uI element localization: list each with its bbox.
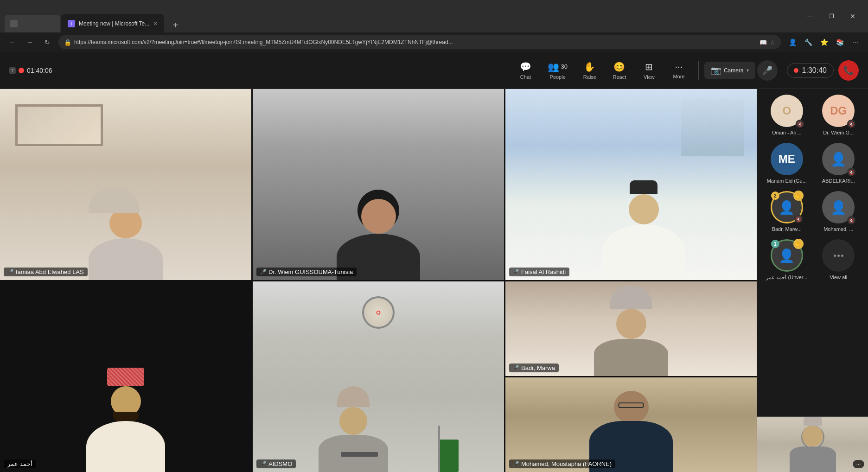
browser-more-icon[interactable]: ··· — [849, 35, 862, 49]
restore-button[interactable]: ❐ — [821, 9, 842, 24]
hijab-iamiaa — [89, 187, 140, 213]
people-label: People — [550, 74, 566, 80]
video-cell-faisal: 🎤 Faisal Al Rashidi — [505, 89, 757, 280]
bookmark-star-icon[interactable]: ☆ — [770, 39, 775, 46]
dot-3 — [841, 255, 843, 257]
flag-green-aidsmo — [440, 440, 459, 472]
participant-row-4: 👤 ✋ 1 أحمد عمر (Unver... — [763, 239, 862, 281]
participant-ahmed-sidebar[interactable]: 👤 ✋ 1 أحمد عمر (Unver... — [765, 239, 809, 281]
name-ahmed: أحمد عمر — [7, 460, 32, 467]
raise-number-ahmed: 1 — [771, 240, 779, 248]
emblem-text: ⭕ — [376, 311, 381, 315]
thumb-bg — [757, 417, 868, 472]
avatar-default-icon-badr: 👤 — [779, 200, 795, 215]
label-faisal: 🎤 Faisal Al Rashidi — [509, 268, 569, 276]
browser-tab-inactive[interactable] — [5, 15, 60, 32]
head-thumb — [802, 426, 823, 446]
participant-badr-sidebar[interactable]: 👤 ✋ 2 🔇 Badr, Marw... — [765, 191, 809, 232]
mic-icon-faisal: 🎤 — [513, 269, 519, 275]
hijab-badr — [610, 286, 652, 309]
name-iamiaa: Iamiaa Abd Elwahed LAS — [16, 268, 84, 275]
muted-icon-oman: 🔇 — [796, 120, 804, 128]
tab-close-button[interactable]: ✕ — [153, 20, 158, 27]
view-all-item[interactable]: View all — [817, 239, 861, 281]
participant-row-2: ME Mariam Eid (Gu... 👤 🔇 ABDELKARI... — [763, 143, 862, 184]
browser-tab-active[interactable]: T Meeting now | Microsoft Te... ✕ — [61, 14, 164, 33]
thumb-more-button[interactable]: ··· — [853, 460, 864, 468]
dot-2 — [837, 255, 840, 257]
end-call-button[interactable]: 📞 — [838, 60, 859, 81]
avatar-oman: O 🔇 — [771, 95, 803, 127]
participant-oman[interactable]: O 🔇 Oman - Ali ... — [765, 95, 809, 135]
video-cell-wiem: 🎤 Dr. Wiem GUISSOUMA-Tunisia — [253, 89, 504, 280]
new-tab-button[interactable]: + — [168, 18, 183, 32]
body-ahmed — [86, 421, 165, 472]
back-button[interactable]: ← — [6, 36, 19, 49]
react-tool[interactable]: 😊 React — [606, 57, 633, 83]
person-faisal — [602, 180, 685, 280]
close-button[interactable]: ✕ — [842, 9, 863, 24]
people-count: 30 — [561, 63, 567, 70]
raise-tool[interactable]: ✋ Raise — [576, 57, 604, 83]
flag-aidsmo — [438, 426, 459, 472]
browser-toolbar: 👤 🔧 ⭐ 📚 ··· — [785, 35, 862, 49]
teams-app: T 01:40:06 💬 Chat 👥 30 People ✋ Rai — [0, 52, 868, 472]
keffiyeh-ahmed — [107, 368, 144, 386]
people-icon: 👥 — [548, 61, 559, 72]
recording-time: 01:40:06 — [27, 67, 52, 74]
mute-button[interactable]: 🎤 — [757, 60, 778, 81]
reload-button[interactable]: ↻ — [41, 36, 54, 49]
video-cell-iamiaa: 🎤 Iamiaa Abd Elwahed LAS — [0, 89, 251, 280]
participant-mohamed-sidebar[interactable]: 👤 🔇 Mohamed, ... — [817, 191, 861, 232]
avatar-initials-oman: O — [782, 104, 791, 117]
window-controls: — ❐ ✕ — [799, 9, 863, 24]
raise-badge-ahmed: ✋ — [793, 239, 804, 249]
raise-number-badr: 2 — [771, 191, 779, 200]
address-bar-row: ← → ↻ 🔒 https://teams.microsoft.com/v2/?… — [0, 32, 868, 52]
avatar-dg: DG 🔇 — [822, 95, 855, 127]
more-icon: ··· — [675, 61, 683, 72]
people-icon-group: 👥 30 — [548, 61, 567, 72]
person-ahmed — [86, 368, 165, 472]
view-all-circle[interactable] — [822, 239, 855, 272]
name-moustapha: Mohamed, Moustapha (FAORNE) — [521, 460, 612, 467]
more-tool[interactable]: ··· More — [665, 57, 693, 83]
avatar-me: ME — [771, 143, 803, 175]
profile-icon[interactable]: 👤 — [785, 35, 799, 49]
address-bar[interactable]: 🔒 https://teams.microsoft.com/v2/?meetin… — [58, 35, 781, 49]
participant-abdelkari[interactable]: 👤 🔇 ABDELKARI... — [817, 143, 861, 184]
teams-logo-small: T — [9, 67, 16, 74]
chat-label: Chat — [520, 74, 531, 80]
view-tool[interactable]: ⊞ View — [635, 57, 663, 83]
view-all-label: View all — [830, 274, 847, 280]
tab-title-teams: Meeting now | Microsoft Te... — [79, 20, 149, 27]
label-badr: 🎤 Badr, Marwa — [509, 364, 559, 372]
name-wiem: Dr. Wiem GUISSOUMA-Tunisia — [268, 268, 353, 275]
raise-icon: ✋ — [584, 61, 595, 72]
label-iamiaa: 🎤 Iamiaa Abd Elwahed LAS — [4, 268, 88, 276]
avatar-ahmed-sidebar: 👤 ✋ 1 — [771, 239, 803, 272]
person-thumb — [790, 416, 836, 472]
forward-button[interactable]: → — [23, 36, 36, 49]
emblem-aidsmo: ⭕ — [362, 296, 395, 329]
chat-tool[interactable]: 💬 Chat — [511, 57, 539, 83]
url-text: https://teams.microsoft.com/v2/?meetingJ… — [74, 39, 757, 45]
participant-me[interactable]: ME Mariam Eid (Gu... — [765, 143, 809, 184]
tab-favicon-teams: T — [68, 20, 75, 27]
bottom-thumbnail: ··· — [757, 416, 868, 472]
favorites-icon[interactable]: ⭐ — [817, 35, 831, 49]
extensions-icon[interactable]: 🔧 — [801, 35, 815, 49]
raise-badge-badr: ✋ — [793, 191, 804, 201]
camera-tool[interactable]: 📷 Camera ▾ — [704, 62, 755, 79]
recording-dot — [19, 68, 24, 73]
participant-dg[interactable]: DG 🔇 Dr. Wiem G... — [817, 95, 861, 135]
person-iamiaa — [89, 183, 163, 280]
reader-icon[interactable]: 📖 — [760, 39, 767, 46]
participant-name-badr-sidebar: Badr, Marw... — [765, 226, 809, 232]
wall-art-iamiaa — [15, 104, 103, 147]
people-tool[interactable]: 👥 30 People — [541, 57, 574, 83]
body-badr — [594, 339, 668, 376]
collections-icon[interactable]: 📚 — [833, 35, 847, 49]
minimize-button[interactable]: — — [799, 9, 821, 24]
right-column: 🎤 Badr, Marwa 🎤 Mohamed, Mo — [505, 281, 757, 472]
